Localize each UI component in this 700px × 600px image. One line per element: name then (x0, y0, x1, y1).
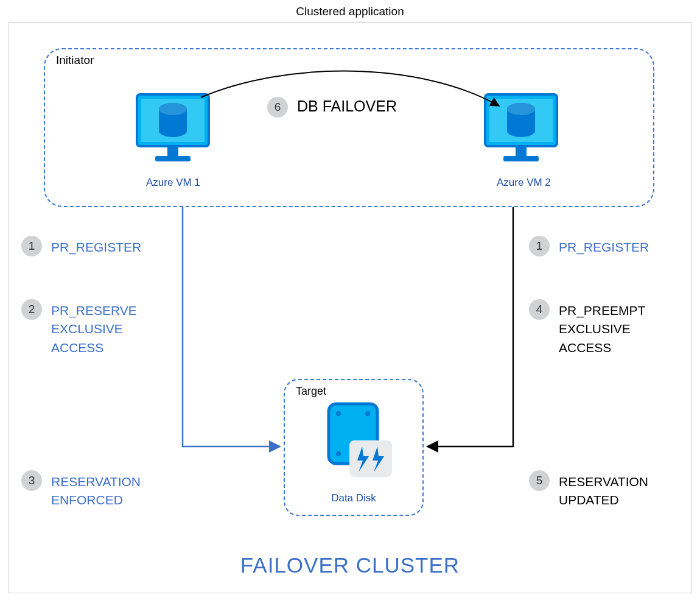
step-badge-4: 4 (529, 299, 550, 320)
db-failover-label: DB FAILOVER (297, 97, 397, 115)
initiator-box (44, 48, 654, 207)
step-text-3: RESERVATION ENFORCED (51, 473, 141, 510)
initiator-label: Initiator (56, 54, 94, 67)
vm1-label: Azure VM 1 (146, 177, 200, 189)
diagram-title: Clustered application (0, 5, 700, 18)
target-label: Target (296, 385, 326, 398)
step-badge-1-left: 1 (21, 236, 42, 256)
data-disk-label: Data Disk (284, 492, 424, 504)
step-badge-6: 6 (267, 97, 288, 118)
step-text-2: PR_RESERVE EXCLUSIVE ACCESS (51, 302, 137, 357)
step-badge-2: 2 (21, 299, 42, 320)
step-badge-5: 5 (529, 470, 550, 491)
step-text-1-right: PR_REGISTER (559, 238, 649, 256)
vm2-label: Azure VM 2 (497, 177, 551, 189)
step-text-4: PR_PREEMPT EXCLUSIVE ACCESS (559, 302, 645, 357)
step-text-5: RESERVATION UPDATED (559, 473, 648, 510)
step-badge-3: 3 (21, 470, 42, 491)
footer-title: FAILOVER CLUSTER (0, 553, 700, 577)
step-badge-1-right: 1 (529, 236, 550, 256)
step-text-1-left: PR_REGISTER (51, 238, 141, 256)
